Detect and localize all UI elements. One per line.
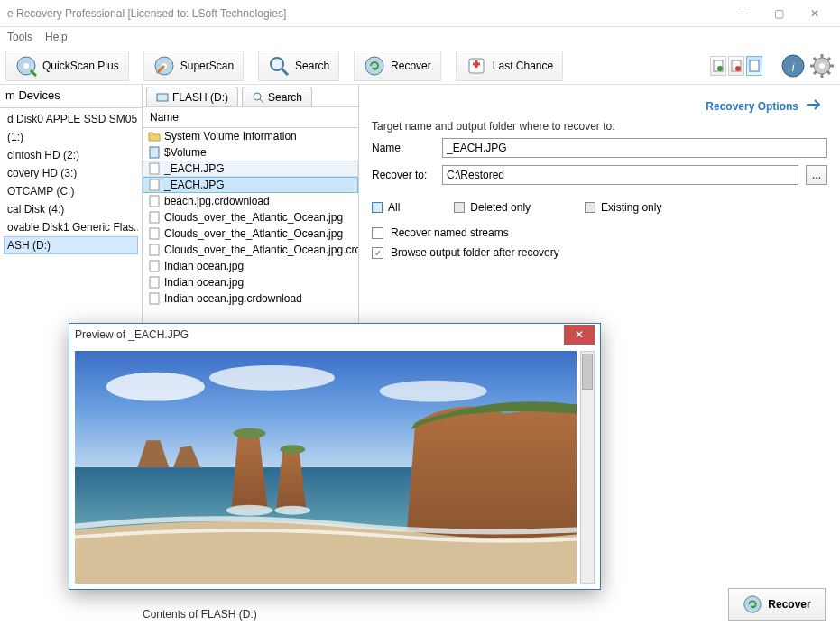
svg-rect-36 [150,293,159,304]
minimize-button[interactable]: — [725,1,761,26]
recover-main-button[interactable]: Recover [728,588,826,621]
superscan-button[interactable]: SuperScan [143,51,244,81]
lastchance-button[interactable]: Last Chance [456,51,563,81]
gear-icon[interactable] [809,53,835,78]
svg-rect-29 [150,179,159,190]
drive-icon [156,91,169,104]
recover-toolbar-label: Recover [391,60,431,72]
scrollbar-thumb[interactable] [582,354,593,390]
file-name: beach.jpg.crdownload [164,195,270,207]
svg-line-21 [827,71,830,74]
file-name: Indian ocean.jpg [164,276,244,289]
preview-title: Preview of _EACH.JPG [75,328,564,341]
deleted-icon [454,202,465,213]
view-all-icon[interactable] [746,56,762,76]
file-icon [148,227,161,240]
window-title: e Recovery Professional [Licensed to: LS… [7,7,725,20]
info-icon[interactable]: i [780,53,806,78]
svg-point-10 [735,66,741,71]
existing-icon [585,202,595,213]
maximize-button[interactable]: ▢ [761,1,797,26]
search-button[interactable]: Search [258,51,339,81]
close-button[interactable]: ✕ [797,1,833,26]
file-row[interactable]: System Volume Information [143,128,358,144]
svg-point-5 [365,57,383,75]
preview-scrollbar[interactable] [580,351,595,584]
menu-tools[interactable]: Tools [7,31,32,43]
svg-point-42 [234,428,266,438]
lastchance-label: Last Chance [493,60,553,72]
recover-button-toolbar[interactable]: Recover [354,51,441,81]
preview-window[interactable]: Preview of _EACH.JPG ✕ [69,323,601,590]
file-row[interactable]: Clouds_over_the_Atlantic_Ocean.jpg [143,209,358,225]
name-input[interactable] [442,138,827,158]
device-item[interactable]: OTCAMP (C:) [4,182,138,200]
svg-point-39 [209,365,335,391]
menubar: Tools Help [0,27,840,47]
preview-close-button[interactable]: ✕ [564,325,595,345]
svg-point-46 [744,596,761,612]
file-row[interactable]: Indian ocean.jpg [143,258,358,274]
recoverto-input[interactable] [442,165,798,185]
hdd-superscan-icon [153,55,175,77]
file-icon [148,179,161,191]
filter-existing-label: Existing only [601,201,661,214]
file-row[interactable]: _EACH.JPG [143,161,358,177]
file-name: $Volume [164,146,207,159]
preview-titlebar[interactable]: Preview of _EACH.JPG ✕ [69,324,600,345]
quickscan-label: QuickScan Plus [42,60,119,72]
svg-point-1 [23,63,29,69]
file-name: Clouds_over_the_Atlantic_Ocean.jpg [164,227,343,240]
file-row[interactable]: $Volume [143,144,358,161]
device-item[interactable]: (1:) [4,128,138,146]
filter-all[interactable]: All [372,201,400,214]
filter-existing[interactable]: Existing only [585,201,661,214]
svg-rect-24 [157,94,168,101]
svg-rect-34 [150,261,159,271]
svg-point-44 [226,505,273,516]
status-text: Contents of FLASH (D:) [7,594,257,621]
recoverto-label: Recover to: [372,169,435,181]
arrow-right-icon[interactable] [806,97,822,115]
svg-point-40 [380,381,487,402]
device-item[interactable]: cal Disk (4:) [4,200,138,218]
tab-drive[interactable]: FLASH (D:) [146,87,238,106]
chk-browse-after[interactable]: Browse output folder after recovery [372,246,827,259]
view-del-icon[interactable] [728,56,744,76]
tab-search-label: Search [268,91,302,104]
svg-point-8 [717,66,723,71]
search-icon [268,55,290,77]
quickscan-button[interactable]: QuickScan Plus [5,51,129,81]
chk-named-streams[interactable]: Recover named streams [372,226,827,239]
file-row[interactable]: Indian ocean.jpg.crdownload [143,290,358,307]
file-row[interactable]: beach.jpg.crdownload [143,193,358,209]
file-row[interactable]: Indian ocean.jpg [143,274,358,290]
device-list: d Disk0 APPLE SSD SM05... (1:)cintosh HD… [0,108,142,256]
file-row[interactable]: Clouds_over_the_Atlantic_Ocean.jpg.crdo [143,242,358,258]
chk-browse-label: Browse output folder after recovery [391,246,559,259]
svg-rect-31 [150,212,159,223]
menu-help[interactable]: Help [45,31,68,43]
svg-line-22 [814,71,817,74]
recovery-title: Recovery Options [372,94,827,120]
file-icon [148,195,161,207]
view-ok-icon[interactable] [710,56,726,76]
device-item[interactable]: ovable Disk1 Generic Flas... [4,218,138,236]
file-row[interactable]: _EACH.JPG [143,177,358,193]
file-row[interactable]: Clouds_over_the_Atlantic_Ocean.jpg [143,225,358,242]
svg-point-38 [106,373,205,401]
tab-search[interactable]: Search [242,87,312,106]
target-label: Target name and output folder where to r… [372,120,827,133]
file-icon [148,244,161,256]
file-name: _EACH.JPG [164,162,225,175]
device-item[interactable]: d Disk0 APPLE SSD SM05... [4,110,138,128]
filter-deleted[interactable]: Deleted only [454,201,531,214]
file-column-name[interactable]: Name [143,106,358,128]
device-item[interactable]: covery HD (3:) [4,164,138,182]
file-name: _EACH.JPG [164,179,225,191]
device-item[interactable]: ASH (D:) [4,236,138,254]
browse-button[interactable]: ... [806,165,827,185]
file-name: Clouds_over_the_Atlantic_Ocean.jpg [164,211,343,224]
device-item[interactable]: cintosh HD (2:) [4,146,138,164]
svg-rect-32 [150,228,159,239]
